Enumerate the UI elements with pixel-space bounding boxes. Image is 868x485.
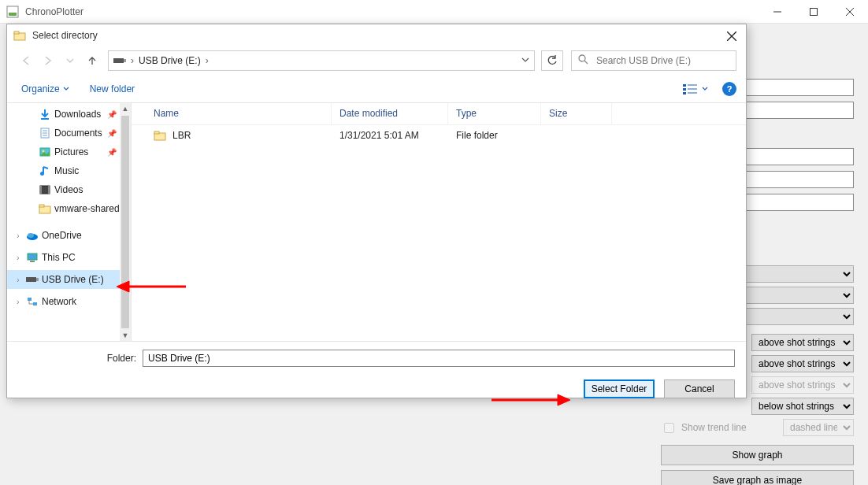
trend-style-select[interactable]: dashed line	[783, 419, 854, 436]
folder-input[interactable]	[143, 350, 735, 367]
col-size[interactable]: Size	[541, 103, 612, 124]
dialog-title: Select directory	[32, 30, 98, 41]
cancel-button[interactable]: Cancel	[664, 379, 735, 398]
svg-rect-29	[40, 186, 42, 194]
file-type: File folder	[448, 130, 541, 141]
expander-icon[interactable]: ›	[13, 276, 23, 284]
save-graph-button[interactable]: Save graph as image	[661, 470, 854, 485]
chevron-down-icon	[63, 86, 69, 92]
tree-item-vmware-shared[interactable]: vmware-shared	[7, 199, 131, 218]
svg-rect-14	[683, 84, 686, 87]
svg-point-12	[579, 55, 585, 61]
expander-icon[interactable]: ›	[13, 254, 23, 262]
svg-rect-40	[33, 302, 37, 305]
help-button[interactable]: ?	[722, 82, 736, 96]
dialog-titlebar: Select directory	[7, 24, 746, 46]
dialog-close-button[interactable]	[722, 28, 741, 45]
file-name: LBR	[172, 130, 191, 141]
col-date[interactable]: Date modified	[332, 103, 448, 124]
pic-icon	[39, 146, 51, 158]
breadcrumb-sep[interactable]: ›	[131, 55, 134, 66]
svg-rect-7	[14, 31, 19, 34]
position-select-1[interactable]: above shot strings	[751, 334, 854, 351]
show-graph-button[interactable]: Show graph	[661, 445, 854, 465]
tree-item-pictures[interactable]: Pictures📌	[7, 143, 131, 161]
svg-point-27	[40, 172, 44, 176]
address-bar[interactable]: › USB Drive (E:) ›	[108, 50, 535, 71]
refresh-button[interactable]	[541, 50, 563, 71]
dialog-body: Downloads📌Documents📌Pictures📌MusicVideos…	[7, 103, 746, 341]
position-select-3[interactable]: above shot strings	[751, 376, 854, 394]
breadcrumb-current[interactable]: USB Drive (E:)	[139, 55, 201, 66]
tree-item-music[interactable]: Music	[7, 161, 131, 180]
folder-label: Folder:	[18, 353, 136, 364]
scroll-up-icon[interactable]: ▲	[122, 103, 129, 114]
select-directory-dialog: Select directory › USB Drive (E:) › Orga…	[6, 24, 747, 398]
trend-line-checkbox[interactable]: Show trend line	[661, 420, 778, 435]
scroll-down-icon[interactable]: ▼	[122, 330, 129, 341]
position-select-4[interactable]: below shot strings	[751, 398, 854, 415]
organize-label: Organize	[21, 83, 60, 94]
tree-item-downloads[interactable]: Downloads📌	[7, 105, 131, 124]
svg-rect-37	[26, 277, 36, 282]
svg-line-13	[584, 61, 588, 64]
minimize-button[interactable]	[759, 0, 796, 24]
trend-line-label: Show trend line	[681, 422, 747, 433]
folder-icon	[39, 202, 51, 215]
expander-icon[interactable]: ›	[13, 231, 23, 240]
svg-rect-42	[154, 131, 159, 134]
col-name[interactable]: Name	[132, 103, 332, 124]
usb-drive-icon	[113, 56, 126, 65]
up-button[interactable]	[83, 51, 102, 70]
onedrive-icon	[26, 229, 39, 242]
expander-icon[interactable]: ›	[13, 298, 23, 306]
view-mode-button[interactable]	[680, 80, 711, 98]
col-type[interactable]: Type	[448, 103, 541, 124]
tree-item-label: USB Drive (E:)	[42, 274, 104, 285]
svg-rect-11	[124, 59, 126, 62]
trend-line-check[interactable]	[664, 423, 674, 433]
tree-item-this-pc[interactable]: ›This PC	[7, 248, 131, 267]
app-icon	[6, 6, 19, 18]
maximize-button[interactable]	[796, 0, 832, 24]
folder-tree[interactable]: Downloads📌Documents📌Pictures📌MusicVideos…	[7, 103, 132, 341]
tree-scrollbar[interactable]: ▲ ▼	[120, 103, 131, 341]
svg-rect-3	[811, 9, 818, 16]
folder-icon	[13, 29, 26, 42]
svg-rect-30	[48, 186, 50, 194]
file-row[interactable]: LBR1/31/2021 5:01 AMFile folder	[132, 125, 746, 146]
tree-item-label: Documents	[54, 128, 102, 139]
organize-menu[interactable]: Organize	[17, 80, 74, 98]
tree-item-label: Pictures	[54, 146, 88, 157]
tree-item-label: Downloads	[54, 109, 101, 120]
recent-dropdown[interactable]	[61, 51, 80, 70]
doc-icon	[39, 127, 51, 139]
pc-icon	[26, 251, 39, 264]
tree-item-documents[interactable]: Documents📌	[7, 124, 131, 143]
address-dropdown-icon[interactable]	[521, 55, 529, 66]
window-controls	[759, 0, 868, 24]
forward-button[interactable]	[39, 51, 57, 70]
search-input[interactable]	[595, 54, 729, 67]
app-titlebar: ChronoPlotter	[0, 0, 868, 24]
file-list[interactable]: Name Date modified Type Size LBR1/31/202…	[132, 103, 746, 341]
dialog-footer: Folder: Select Folder Cancel	[7, 341, 746, 408]
tree-item-videos[interactable]: Videos	[7, 180, 131, 199]
folder-icon	[154, 129, 166, 142]
search-box[interactable]	[571, 50, 736, 71]
tree-item-onedrive[interactable]: ›OneDrive	[7, 226, 131, 245]
new-folder-button[interactable]: New folder	[90, 83, 135, 94]
breadcrumb-sep-2[interactable]: ›	[206, 55, 209, 66]
tree-item-usb-drive-e-[interactable]: ›USB Drive (E:)	[7, 270, 131, 289]
back-button[interactable]	[17, 51, 35, 70]
scroll-thumb[interactable]	[121, 116, 129, 328]
svg-rect-10	[113, 58, 124, 63]
select-folder-button[interactable]: Select Folder	[584, 379, 655, 398]
dialog-toolbar: Organize New folder ?	[7, 75, 746, 103]
svg-rect-16	[683, 92, 686, 94]
position-select-2[interactable]: above shot strings	[751, 355, 854, 372]
svg-rect-1	[9, 13, 17, 16]
tree-item-network[interactable]: ›Network	[7, 292, 131, 311]
close-button[interactable]	[832, 0, 868, 24]
svg-point-34	[28, 233, 34, 238]
